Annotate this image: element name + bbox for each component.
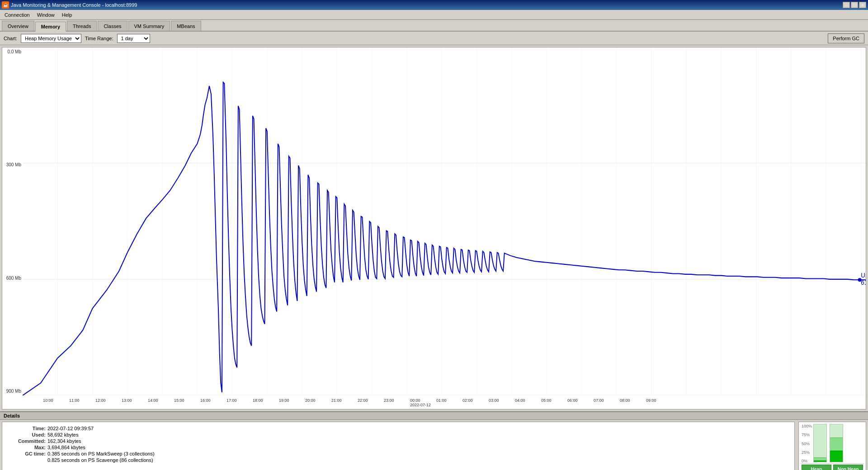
chart-select[interactable]: Heap Memory Usage [21,34,81,43]
y-label-300: 300 Mb [3,162,21,167]
chart-svg: Used 61,198,840 [23,47,866,395]
app-icon: ☕ [2,1,9,9]
svg-text:17:00: 17:00 [226,398,237,403]
svg-text:04:00: 04:00 [515,398,525,403]
svg-text:07:00: 07:00 [594,398,604,403]
tab-threads[interactable]: Threads [67,21,97,31]
menu-bar: Connection Window Help [0,10,868,20]
nonheap-button[interactable]: Non Heap [833,465,863,470]
svg-text:21:00: 21:00 [331,398,342,403]
svg-text:01:00: 01:00 [436,398,447,403]
details-header: Details [0,412,868,420]
window-title: Java Monitoring & Management Console - l… [11,2,137,8]
tab-memory[interactable]: Memory [35,22,66,32]
tab-mbeans[interactable]: MBeans [171,21,201,31]
window-controls[interactable]: − □ × [843,2,866,8]
svg-text:00:00: 00:00 [410,398,420,403]
svg-text:11:00: 11:00 [69,398,80,403]
svg-text:20:00: 20:00 [305,398,316,403]
chart-area: 900 Mb 600 Mb 300 Mb 0.0 Mb [2,47,866,409]
time-range-select[interactable]: 1 day 1 hour 2 hours 6 hours 12 hours [117,34,150,43]
heap-used-bar [814,461,826,462]
nonheap-committed-bar [830,437,843,451]
chart-label: Chart: [4,36,17,41]
svg-text:2022-07-12: 2022-07-12 [410,403,431,407]
maximize-button[interactable]: □ [851,2,858,8]
svg-text:23:00: 23:00 [384,398,394,403]
nonheap-bar [830,424,843,462]
y-label-600: 600 Mb [3,276,21,281]
svg-text:03:00: 03:00 [489,398,499,403]
title-bar: ☕ Java Monitoring & Management Console -… [0,0,868,10]
x-axis: 10:00 11:00 12:00 13:00 14:00 15:00 16:0… [23,395,866,409]
x-axis-svg: 10:00 11:00 12:00 13:00 14:00 15:00 16:0… [43,396,866,409]
details-right: 100% 75% 50% 25% 0% [798,422,866,470]
chart-plot: Used 61,198,840 [23,47,866,395]
gc-value2: 0.825 seconds on PS Scavenge (86 collect… [47,457,153,463]
svg-text:05:00: 05:00 [541,398,552,403]
max-value: 3,694,864 kbytes [47,445,85,450]
menu-help[interactable]: Help [58,11,76,19]
y-label-900: 900 Mb [3,389,21,394]
svg-text:22:00: 22:00 [358,398,368,403]
svg-text:Used: Used [861,272,866,279]
tab-classes[interactable]: Classes [98,21,127,31]
details-left: Time: 2022-07-12 09:39:57 Used: 58,692 k… [2,422,795,470]
svg-text:08:00: 08:00 [620,398,630,403]
committed-value: 162,304 kbytes [47,438,81,444]
svg-text:61,198,840: 61,198,840 [861,279,866,286]
gc-buttons: Heap Non Heap [801,465,864,470]
used-label: Used: [9,432,46,437]
heap-bar [813,424,827,462]
svg-text:02:00: 02:00 [462,398,473,403]
time-label: Time: [9,426,46,431]
y-label-0: 0.0 Mb [3,49,21,54]
details-section: Details Time: 2022-07-12 09:39:57 Used: … [0,411,868,470]
perform-gc-button[interactable]: Perform GC [828,33,864,43]
gc-label: GC time: [9,451,46,456]
toolbar: Chart: Heap Memory Usage Time Range: 1 d… [0,32,868,45]
minimize-button[interactable]: − [843,2,850,8]
svg-text:19:00: 19:00 [279,398,289,403]
svg-text:16:00: 16:00 [200,398,211,403]
svg-text:14:00: 14:00 [148,398,158,403]
gc-value1: 0.385 seconds on PS MarkSweep (3 collect… [47,451,155,456]
svg-text:12:00: 12:00 [95,398,106,403]
svg-text:09:00: 09:00 [646,398,656,403]
details-body: Time: 2022-07-12 09:39:57 Used: 58,692 k… [0,420,868,470]
time-range-label: Time Range: [85,36,113,41]
svg-text:18:00: 18:00 [253,398,263,403]
chart-container: 900 Mb 600 Mb 300 Mb 0.0 Mb [2,47,866,409]
max-label: Max: [9,445,46,450]
nonheap-used-bar [830,451,843,462]
svg-text:10:00: 10:00 [43,398,53,403]
tab-bar: Overview Memory Threads Classes VM Summa… [0,20,868,32]
main-content: 900 Mb 600 Mb 300 Mb 0.0 Mb [0,45,868,470]
menu-connection[interactable]: Connection [1,11,33,19]
used-value: 58,692 kbytes [47,432,79,437]
svg-text:13:00: 13:00 [122,398,132,403]
svg-text:06:00: 06:00 [567,398,578,403]
committed-label: Committed: [9,438,46,444]
y-axis: 900 Mb 600 Mb 300 Mb 0.0 Mb [2,47,23,395]
menu-window[interactable]: Window [33,11,58,19]
heap-committed-bar [814,457,826,461]
heap-button[interactable]: Heap [802,465,831,470]
time-value: 2022-07-12 09:39:57 [47,426,94,431]
close-button[interactable]: × [859,2,866,8]
svg-text:15:00: 15:00 [174,398,184,403]
tab-overview[interactable]: Overview [2,21,34,31]
tab-vmsummary[interactable]: VM Summary [128,21,170,31]
